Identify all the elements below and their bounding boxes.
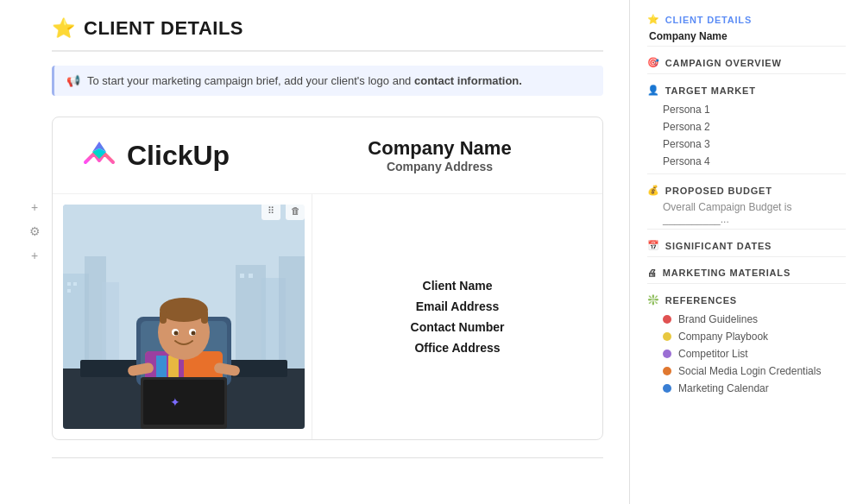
sidebar-ref-marketing-calendar[interactable]: Marketing Calendar	[647, 380, 846, 397]
svg-text:✦: ✦	[170, 395, 180, 409]
company-info: Company Name Company Address	[303, 137, 576, 173]
person-image: ✦	[63, 205, 305, 429]
svg-rect-10	[240, 274, 244, 278]
svg-rect-9	[67, 289, 71, 293]
add-block-button[interactable]: +	[26, 198, 43, 216]
ref-company-playbook-label: Company Playbook	[678, 331, 768, 343]
content-body: ⠿ 🗑	[53, 194, 602, 439]
sidebar-printer-icon: 🖨	[647, 268, 658, 278]
sidebar-target-icon: 🎯	[647, 57, 660, 68]
contact-email: Email Address	[416, 299, 500, 313]
logo-area: ClickUp	[79, 135, 268, 176]
sidebar-client-details-label: CLIENT DETAILS	[665, 15, 752, 25]
content-card: ClickUp Company Name Company Address ⠿ 🗑	[52, 117, 603, 440]
company-row: ClickUp Company Name Company Address	[53, 117, 602, 194]
sidebar-calendar-icon: 📅	[647, 240, 660, 251]
divider-5	[647, 256, 846, 257]
sidebar-section-proposed-budget[interactable]: 💰 PROPOSED BUDGET	[647, 185, 846, 196]
svg-rect-7	[67, 282, 71, 286]
svg-point-22	[160, 298, 208, 322]
sidebar-persona-4[interactable]: Persona 4	[647, 153, 846, 170]
divider-4	[647, 229, 846, 230]
sidebar-section-references[interactable]: ❇️ REFERENCES	[647, 294, 846, 306]
sidebar-references-label: REFERENCES	[665, 295, 737, 306]
ref-dot-playbook	[663, 332, 671, 341]
clickup-brand-text: ClickUp	[127, 140, 230, 172]
ref-brand-guidelines-label: Brand Guidelines	[678, 313, 758, 325]
svg-rect-8	[73, 282, 77, 286]
sidebar-company-name-label: Company Name	[647, 30, 846, 42]
sidebar-ref-company-playbook[interactable]: Company Playbook	[647, 328, 846, 345]
star-icon: ⭐	[52, 17, 75, 40]
ref-dot-calendar	[663, 384, 671, 393]
image-toolbar: ⠿ 🗑	[261, 201, 305, 220]
contact-number: Contact Number	[411, 320, 505, 334]
ref-dot-competitor	[663, 350, 671, 358]
sidebar-campaign-overview-label: CAMPAIGN OVERVIEW	[665, 58, 782, 68]
info-banner: 📢 To start your marketing campaign brief…	[52, 66, 603, 96]
page-title: CLIENT DETAILS	[84, 17, 243, 40]
svg-point-27	[174, 331, 179, 336]
sidebar-section-client-details[interactable]: ⭐ CLIENT DETAILS	[647, 14, 846, 25]
sidebar-proposed-budget-label: PROPOSED BUDGET	[665, 186, 772, 196]
page-wrapper: + ⚙ + ⭐ CLIENT DETAILS 📢 To start your m…	[0, 0, 863, 504]
svg-point-28	[192, 331, 196, 336]
sidebar-target-market-label: TARGET MARKET	[665, 85, 756, 96]
divider-3	[647, 173, 846, 174]
sidebar-budget-text: Overall Campaign Budget is __________...	[647, 201, 846, 225]
ref-marketing-calendar-label: Marketing Calendar	[678, 382, 769, 394]
sidebar-section-marketing-materials[interactable]: 🖨 MARKETING MATERIALS	[647, 268, 846, 278]
sidebar-money-icon: 💰	[647, 185, 660, 196]
divider-1	[647, 46, 846, 47]
ref-dot-social	[663, 367, 671, 375]
contact-address: Office Address	[414, 341, 500, 355]
sidebar-persona-1[interactable]: Persona 1	[647, 101, 846, 118]
settings-button[interactable]: ⚙	[26, 223, 43, 240]
person-scene-svg: ✦	[63, 205, 305, 429]
divider-6	[647, 283, 846, 284]
sidebar-section-campaign-overview[interactable]: 🎯 CAMPAIGN OVERVIEW	[647, 57, 846, 68]
svg-rect-11	[249, 274, 253, 278]
sidebar-sparkle-icon: ❇️	[647, 294, 660, 306]
sidebar-ref-social-media[interactable]: Social Media Login Credentials	[647, 362, 846, 380]
svg-rect-23	[160, 310, 167, 324]
contact-section: Client Name Email Address Contact Number…	[312, 194, 602, 439]
contact-client-name: Client Name	[423, 279, 493, 293]
ref-social-media-label: Social Media Login Credentials	[678, 365, 821, 377]
ref-dot-brand	[663, 315, 671, 324]
svg-rect-30	[143, 380, 224, 425]
sidebar-persona-2[interactable]: Persona 2	[647, 118, 846, 135]
company-address: Company Address	[303, 160, 576, 173]
sidebar-persona-3[interactable]: Persona 3	[647, 135, 846, 153]
sidebar-person-icon: 👤	[647, 85, 660, 96]
banner-text: To start your marketing campaign brief, …	[87, 74, 522, 87]
banner-bold: contact information.	[414, 74, 522, 87]
sidebar-ref-competitor-list[interactable]: Competitor List	[647, 345, 846, 362]
banner-icon: 📢	[66, 74, 80, 87]
sidebar-significant-dates-label: SIGNIFICANT DATES	[665, 241, 772, 251]
image-section: ⠿ 🗑	[53, 194, 312, 439]
page-title-row: ⭐ CLIENT DETAILS	[52, 17, 603, 52]
drag-handle[interactable]: ⠿	[261, 201, 280, 220]
main-content: ⭐ CLIENT DETAILS 📢 To start your marketi…	[0, 0, 630, 504]
sidebar-section-significant-dates[interactable]: 📅 SIGNIFICANT DATES	[647, 240, 846, 251]
sidebar-section-target-market[interactable]: 👤 TARGET MARKET	[647, 85, 846, 96]
svg-rect-24	[201, 310, 208, 324]
company-name: Company Name	[303, 137, 576, 160]
add-block-button-2[interactable]: +	[26, 247, 43, 264]
sidebar-marketing-materials-label: MARKETING MATERIALS	[663, 268, 791, 278]
right-sidebar: ⭐ CLIENT DETAILS Company Name 🎯 CAMPAIGN…	[630, 0, 863, 504]
divider-2	[647, 73, 846, 74]
sidebar-ref-brand-guidelines[interactable]: Brand Guidelines	[647, 311, 846, 328]
sidebar-star-icon: ⭐	[647, 14, 660, 25]
ref-competitor-list-label: Competitor List	[678, 348, 748, 360]
clickup-logo-icon	[79, 135, 120, 176]
delete-image-button[interactable]: 🗑	[286, 201, 305, 220]
bottom-divider	[52, 457, 603, 458]
left-tools: + ⚙ +	[26, 198, 43, 264]
